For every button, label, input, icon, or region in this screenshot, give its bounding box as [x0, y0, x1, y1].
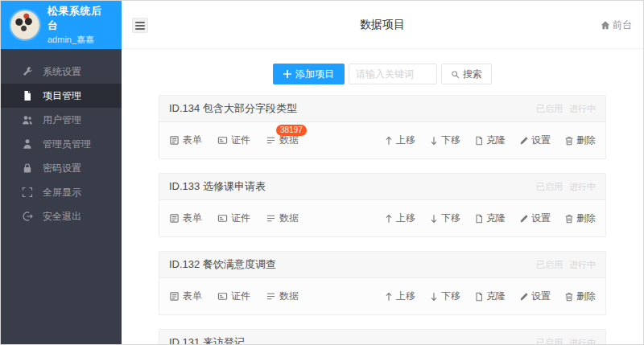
logout-icon	[22, 211, 33, 222]
sidebar: 松果系统后台 admin_嘉嘉 系统设置 项目管理 用户管	[1, 1, 122, 344]
move-down-action[interactable]: 下移	[429, 290, 460, 303]
project-card: ID.133 选修课申请表 已启用 进行中 表单	[159, 173, 606, 237]
project-title: ID.133 选修课申请表	[169, 179, 266, 194]
move-up-action[interactable]: 上移	[384, 212, 415, 225]
project-title: ID.134 包含大部分字段类型	[169, 101, 297, 116]
delete-action[interactable]: 删除	[564, 133, 596, 147]
copy-page-icon	[474, 136, 484, 146]
data-link[interactable]: 数据	[266, 290, 299, 303]
clone-action[interactable]: 克隆	[474, 133, 506, 147]
copy-page-icon	[474, 292, 484, 302]
logged-in-user: admin_嘉嘉	[47, 34, 112, 46]
sidebar-item-fullscreen[interactable]: 全屏显示	[1, 180, 122, 204]
form-icon	[169, 213, 180, 224]
move-down-action[interactable]: 下移	[429, 133, 460, 147]
search-icon	[451, 70, 460, 79]
trash-icon	[564, 214, 574, 224]
status-enabled-badge: 已启用	[536, 181, 563, 193]
certificate-link[interactable]: 证件	[217, 133, 250, 147]
data-count-badge: 38197	[276, 125, 307, 136]
move-down-action[interactable]: 下移	[429, 212, 460, 225]
certificate-link[interactable]: 证件	[217, 290, 250, 303]
form-icon	[169, 291, 180, 302]
lock-icon	[22, 162, 33, 174]
project-card: ID.132 餐饮满意度调查 已启用 进行中 表单	[159, 251, 606, 315]
delete-action[interactable]: 删除	[564, 212, 596, 225]
sidebar-item-system-settings[interactable]: 系统设置	[1, 60, 122, 84]
clone-action[interactable]: 克隆	[474, 290, 506, 303]
settings-action[interactable]: 设置	[519, 212, 551, 225]
plus-icon	[283, 70, 291, 78]
arrow-up-icon	[384, 214, 394, 224]
arrow-down-icon	[429, 136, 439, 146]
toolbar: 添加项目 搜索	[122, 64, 643, 84]
arrow-up-icon	[384, 136, 394, 146]
data-link[interactable]: 数据	[266, 212, 299, 225]
search-button[interactable]: 搜索	[441, 64, 492, 84]
data-list-icon	[266, 291, 276, 302]
status-enabled-badge: 已启用	[536, 259, 563, 271]
status-enabled-badge: 已启用	[536, 103, 563, 115]
project-list: ID.134 包含大部分字段类型 已启用 进行中 表单	[159, 95, 606, 345]
pencil-icon	[519, 292, 529, 302]
sidebar-menu: 系统设置 项目管理 用户管理 管理员管理	[1, 60, 122, 228]
data-list-icon	[266, 135, 276, 146]
admin-app: 松果系统后台 admin_嘉嘉 系统设置 项目管理 用户管	[0, 0, 644, 345]
copy-page-icon	[474, 214, 484, 224]
project-card: ID.134 包含大部分字段类型 已启用 进行中 表单	[159, 95, 606, 159]
id-card-icon	[217, 213, 228, 224]
settings-action[interactable]: 设置	[519, 290, 551, 303]
avatar	[10, 10, 39, 39]
frontend-link[interactable]: 前台	[601, 1, 632, 49]
arrow-down-icon	[429, 292, 439, 302]
clone-action[interactable]: 克隆	[474, 212, 506, 225]
project-title: ID.132 餐饮满意度调查	[169, 257, 276, 272]
users-icon	[22, 114, 33, 125]
sidebar-item-password-settings[interactable]: 密码设置	[1, 156, 122, 180]
move-up-action[interactable]: 上移	[384, 290, 415, 303]
status-running-badge: 进行中	[569, 181, 596, 193]
certificate-link[interactable]: 证件	[217, 212, 250, 225]
topbar: 数据项目 前台	[122, 1, 643, 49]
arrow-down-icon	[429, 214, 439, 224]
move-up-action[interactable]: 上移	[384, 133, 415, 147]
status-running-badge: 进行中	[569, 337, 596, 345]
main-area: 数据项目 前台 添加项目 搜索 ID.134 包含大部分字段类	[122, 1, 643, 344]
fullscreen-icon	[22, 187, 33, 198]
pencil-icon	[519, 214, 529, 224]
form-icon	[169, 135, 180, 146]
status-enabled-badge: 已启用	[536, 337, 563, 345]
data-link[interactable]: 数据 38197	[266, 133, 299, 147]
sidebar-header: 松果系统后台 admin_嘉嘉	[1, 1, 122, 49]
project-card: ID.131 来访登记 已启用 进行中 表单	[159, 329, 606, 345]
home-icon	[601, 20, 610, 30]
app-title: 松果系统后台	[47, 4, 112, 32]
data-list-icon	[266, 213, 276, 224]
project-title: ID.131 来访登记	[169, 335, 245, 345]
trash-icon	[564, 136, 574, 146]
delete-action[interactable]: 删除	[564, 290, 596, 303]
file-icon	[22, 90, 33, 101]
status-running-badge: 进行中	[569, 259, 596, 271]
form-link[interactable]: 表单	[169, 290, 202, 303]
add-project-button[interactable]: 添加项目	[273, 64, 345, 84]
sidebar-item-project-management[interactable]: 项目管理	[1, 84, 122, 108]
sidebar-item-admin-management[interactable]: 管理员管理	[1, 132, 122, 156]
form-link[interactable]: 表单	[169, 133, 202, 147]
pencil-icon	[519, 136, 529, 146]
form-link[interactable]: 表单	[169, 212, 202, 225]
settings-action[interactable]: 设置	[519, 133, 551, 147]
trash-icon	[564, 292, 574, 302]
id-card-icon	[217, 291, 228, 302]
sidebar-item-user-management[interactable]: 用户管理	[1, 108, 122, 132]
keyword-search-input[interactable]	[349, 64, 437, 84]
sidebar-item-logout[interactable]: 安全退出	[1, 204, 122, 228]
arrow-up-icon	[384, 292, 394, 302]
page-title: 数据项目	[122, 1, 643, 49]
id-card-icon	[217, 135, 228, 146]
status-running-badge: 进行中	[569, 103, 596, 115]
wrench-icon	[22, 66, 33, 77]
admin-user-icon	[22, 138, 33, 150]
